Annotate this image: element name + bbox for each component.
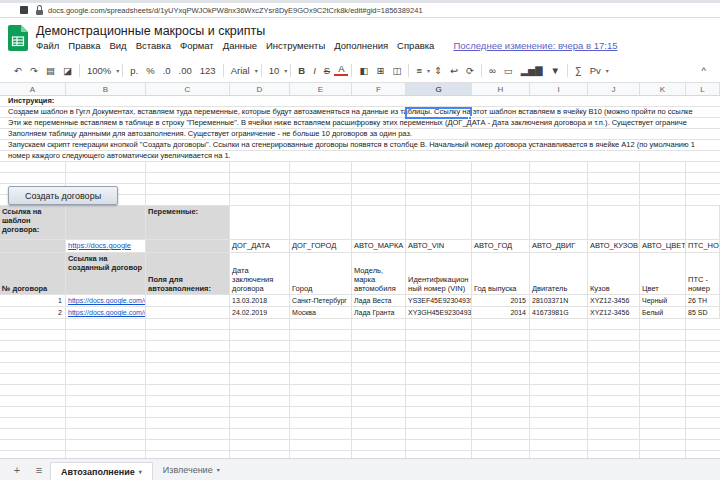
cell-contract-link[interactable]: https://docs.google.com/open?id=1ZDYEEj5… — [66, 307, 146, 319]
cell[interactable] — [686, 206, 720, 240]
cell-pts[interactable]: 85 SD — [686, 307, 720, 319]
chevron-down-icon[interactable]: ▾ — [139, 468, 142, 475]
cell[interactable] — [146, 240, 230, 253]
column-header-a[interactable]: A — [0, 83, 66, 95]
cell-body[interactable]: XYZ12-3456 — [588, 307, 640, 319]
cell-field[interactable]: Модель, марка автомобиля — [352, 253, 406, 295]
cell-color[interactable]: Белый — [640, 307, 686, 319]
cell-instruction-2[interactable]: Эти же переменные вставляем в таблице в … — [0, 118, 720, 129]
cell-variable[interactable]: АВТО_КУЗОВ — [588, 240, 640, 253]
cell-field[interactable]: Кузов — [588, 253, 640, 295]
hide-menus-icon[interactable]: ^ — [698, 65, 710, 76]
empty-rows[interactable] — [0, 319, 720, 458]
cell-field[interactable]: Дата заключения договора — [230, 253, 290, 295]
cell-instruction-4[interactable]: Запускаем скрипт генерации кнопкой "Созд… — [0, 140, 720, 151]
text-rotate-icon[interactable]: ⟳ — [462, 65, 478, 76]
cell-city[interactable]: Москва — [290, 307, 352, 319]
cell-variable[interactable]: ДОГ_ГОРОД — [290, 240, 352, 253]
cell-contract-number[interactable]: 1 — [0, 295, 66, 307]
tab-extraction[interactable]: Извлечение ▾ — [153, 462, 230, 478]
column-header-g[interactable]: G — [406, 83, 472, 95]
cell-variable[interactable]: АВТО_ЦВЕТ — [640, 240, 686, 253]
cell-variable[interactable]: АВТО_ДВИГ — [530, 240, 588, 253]
font-size-select[interactable]: 10▾ — [265, 65, 288, 76]
cell[interactable] — [472, 206, 530, 240]
cell-variable[interactable]: АВТО_VIN — [406, 240, 472, 253]
undo-icon[interactable]: ↶ — [10, 65, 26, 76]
tab-autofill[interactable]: Автозаполнение ▾ — [50, 462, 153, 480]
borders-icon[interactable]: ⊞ — [372, 65, 388, 76]
cell-field[interactable]: Год выпуска — [472, 253, 530, 295]
menu-help[interactable]: Справка — [397, 39, 434, 52]
cell-variables-label[interactable]: Переменные: — [146, 206, 230, 240]
cell-variable[interactable]: АВТО_МАРКА — [352, 240, 406, 253]
column-header-b[interactable]: B — [66, 83, 146, 95]
url-text[interactable]: docs.google.com/spreadsheets/d/1yUYxqPWJ… — [48, 6, 423, 15]
horizontal-align-icon[interactable]: ≡▾ — [412, 65, 430, 76]
cell[interactable] — [352, 206, 406, 240]
increase-decimal-icon[interactable]: .00 — [175, 65, 196, 76]
cell-field[interactable]: Цвет — [640, 253, 686, 295]
cell[interactable] — [230, 206, 290, 240]
column-header-c[interactable]: C — [146, 83, 230, 95]
zoom-select[interactable]: 100%▾ — [83, 65, 119, 76]
cell-instruction-1[interactable]: Создаем шаблон в Гугл Документах, вставл… — [0, 107, 720, 118]
cell-date[interactable]: 24.02.2019 — [230, 307, 290, 319]
percent-format-icon[interactable]: % — [142, 65, 158, 76]
cell-number-label[interactable]: № договора — [0, 253, 66, 295]
cell-field[interactable]: Идентификационный номер (VIN) — [406, 253, 472, 295]
paint-format-icon[interactable]: ◪ — [59, 65, 76, 76]
cell-variable[interactable]: ДОГ_ДАТА — [230, 240, 290, 253]
cell-template-link[interactable]: https://docs.google — [66, 240, 146, 253]
cell-instruction-title[interactable]: Инструкция: — [0, 96, 720, 107]
cell-model[interactable]: Лада Веста — [352, 295, 406, 307]
cell-contract-number[interactable]: 2 — [0, 307, 66, 319]
create-contracts-button[interactable]: Создать договоры — [8, 186, 118, 205]
fill-color-icon[interactable]: ◧ — [355, 65, 372, 76]
cell-field[interactable]: Двигатель — [530, 253, 588, 295]
column-header-l[interactable]: L — [686, 83, 720, 95]
chevron-down-icon[interactable]: ▾ — [217, 466, 220, 473]
cell-pts[interactable]: 26 ТН — [686, 295, 720, 307]
menu-tools[interactable]: Инструменты — [266, 39, 325, 52]
insert-link-icon[interactable]: ∞ — [485, 65, 500, 76]
font-select[interactable]: Arial▾ — [227, 65, 258, 76]
cell-instruction-5[interactable]: номер каждого следующего автоматически у… — [0, 151, 720, 162]
cell-engine[interactable]: 28103371N — [530, 295, 588, 307]
column-header-i[interactable]: I — [530, 83, 588, 95]
cell[interactable] — [588, 206, 640, 240]
fill-handle[interactable] — [468, 116, 472, 120]
column-header-j[interactable]: J — [588, 83, 640, 95]
number-format-icon[interactable]: 123 — [196, 65, 220, 76]
cell-year[interactable]: 2015 — [472, 295, 530, 307]
cell-vin[interactable]: XY3GH45E923049327 — [406, 307, 472, 319]
column-header-f[interactable]: F — [352, 83, 406, 95]
cell[interactable] — [66, 206, 146, 240]
cell-instruction-3[interactable]: Заполняем таблицу данными для автозаполн… — [0, 129, 720, 140]
functions-icon[interactable]: ∑ — [571, 65, 586, 76]
cell-created-link-label[interactable]: Ссылка на созданный договор — [66, 253, 146, 295]
cell[interactable] — [290, 206, 352, 240]
add-sheet-button[interactable]: + — [9, 464, 25, 476]
cell[interactable] — [146, 307, 230, 319]
menu-data[interactable]: Данные — [223, 39, 257, 52]
text-color-icon[interactable]: A — [334, 64, 348, 76]
menu-edit[interactable]: Правка — [68, 39, 100, 52]
cell-field[interactable]: ПТС - номер — [686, 253, 720, 295]
print-icon[interactable]: ▤ — [42, 65, 59, 76]
input-tools-button[interactable]: Pv▾ — [586, 65, 609, 76]
text-wrap-icon[interactable]: ↩ — [446, 65, 462, 76]
cell-date[interactable]: 13.03.2018 — [230, 295, 290, 307]
menu-format[interactable]: Формат — [180, 39, 214, 52]
bold-icon[interactable]: B — [294, 65, 309, 76]
cell[interactable] — [406, 206, 472, 240]
document-title[interactable]: Демонстрационные макросы и скрипты — [36, 24, 618, 39]
italic-icon[interactable]: I — [309, 65, 320, 76]
cell-template-link-label[interactable]: Ссылка на шаблон договора: — [0, 206, 66, 240]
cell-contract-link[interactable]: https://docs.google.com/open?id=1U6uauHV… — [66, 295, 146, 307]
cell-engine[interactable]: 41673981G — [530, 307, 588, 319]
cell-fields-label[interactable]: Поля для автозаполнения: — [146, 253, 230, 295]
cell-year[interactable]: 2014 — [472, 307, 530, 319]
cell[interactable] — [640, 206, 686, 240]
filter-icon[interactable]: ▼ — [547, 65, 564, 76]
